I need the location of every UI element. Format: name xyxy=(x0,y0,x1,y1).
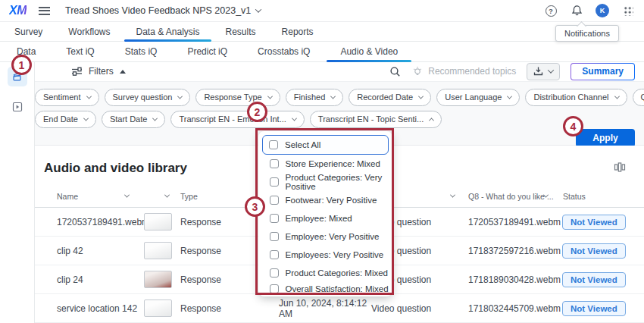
dropdown-item[interactable]: Footwear: Very Positive xyxy=(262,191,389,209)
subtab-stats-iq[interactable]: Stats iQ xyxy=(110,42,173,61)
dropdown-item[interactable]: Employee: Mixed xyxy=(262,209,389,227)
dropdown-item[interactable]: Product Categories: Mixed xyxy=(262,264,389,282)
row-type: Response xyxy=(180,303,279,314)
subtab-crosstabs-iq[interactable]: Crosstabs iQ xyxy=(242,42,325,61)
table-row[interactable]: service location 142 Response Jun 10, 20… xyxy=(35,294,644,323)
waffle-grid-icon xyxy=(624,6,633,16)
bell-icon xyxy=(571,5,583,17)
project-title-menu[interactable]: Tread Shoes Video Feedback NPS 2023_v1 xyxy=(65,5,261,16)
checkbox[interactable] xyxy=(269,140,278,149)
checkbox[interactable] xyxy=(270,250,279,259)
columns-settings-button[interactable] xyxy=(614,162,626,176)
video-thumbnail[interactable] xyxy=(144,299,172,317)
recommended-topics-button[interactable]: Recommended topics xyxy=(412,66,516,77)
recommended-topics-label: Recommended topics xyxy=(428,66,516,77)
tab-data-analysis[interactable]: Data & Analysis xyxy=(123,22,212,41)
rail-library-button[interactable] xyxy=(8,67,27,86)
top-bar: XM Tread Shoes Video Feedback NPS 2023_v… xyxy=(0,0,644,21)
main-nav: Survey Workflows Data & Analysis Results… xyxy=(0,21,644,42)
dropdown-item-select-all[interactable]: Select All xyxy=(262,135,389,155)
filter-pill-survey-question[interactable]: Survey question xyxy=(105,89,191,106)
notifications-tooltip: Notifications xyxy=(555,25,619,42)
status-badge: Not Viewed xyxy=(562,301,626,316)
video-thumbnail[interactable] xyxy=(144,213,172,230)
row-name: clip 42 xyxy=(35,246,144,256)
notifications-button[interactable] xyxy=(570,4,583,17)
filter-pill-recorded-date[interactable]: Recorded Date xyxy=(349,89,431,106)
dropdown-item[interactable]: Employees: Very Positive xyxy=(262,246,389,264)
chevron-down-icon[interactable] xyxy=(164,193,170,198)
status-badge: Not Viewed xyxy=(562,215,626,230)
apps-button[interactable] xyxy=(621,4,635,17)
filter-pill-end-date[interactable]: End Date xyxy=(35,111,96,128)
filter-pill-finished[interactable]: Finished xyxy=(286,89,344,106)
chevron-down-icon[interactable] xyxy=(450,193,455,198)
checkbox[interactable] xyxy=(270,232,279,241)
lightbulb-icon xyxy=(412,66,423,77)
tab-workflows[interactable]: Workflows xyxy=(55,22,123,41)
row-file: 1720537189491.webm xyxy=(468,217,562,227)
sub-nav: Data Text iQ Stats iQ Predict iQ Crossta… xyxy=(0,42,644,62)
dropdown-item-partial[interactable]: Overall Satisfaction: Mixed xyxy=(262,282,389,293)
checkbox[interactable] xyxy=(270,177,279,187)
filter-pill-sentiment[interactable]: Sentiment xyxy=(35,89,99,106)
checkbox[interactable] xyxy=(270,159,279,168)
media-library-icon xyxy=(11,71,23,82)
dropdown-item[interactable]: Product Categories: Very Positive xyxy=(262,173,389,191)
apply-button[interactable]: Apply xyxy=(576,129,635,147)
export-button[interactable] xyxy=(527,63,560,80)
toolbar: Filters xyxy=(35,62,644,82)
summary-button[interactable]: Summary xyxy=(571,63,635,80)
dropdown-item[interactable]: Store Experience: Mixed xyxy=(262,155,389,173)
checkbox[interactable] xyxy=(270,196,279,205)
row-name: service location 142 xyxy=(35,303,144,314)
search-icon xyxy=(389,66,401,77)
help-icon: ? xyxy=(546,5,557,17)
checkbox[interactable] xyxy=(270,284,279,293)
filter-pill-start-date[interactable]: Start Date xyxy=(102,111,166,128)
filter-pill-user-language[interactable]: User Language xyxy=(436,89,520,106)
chevron-down-icon xyxy=(255,6,261,12)
filter-row-2: End Date Start Date Transcript EN - Emot… xyxy=(35,111,644,128)
filter-pill-distribution-channel[interactable]: Distribution Channel xyxy=(525,89,627,106)
filter-pill-response-type[interactable]: Response Type xyxy=(195,89,280,106)
subtab-data[interactable]: Data xyxy=(2,42,51,61)
row-name: clip 24 xyxy=(35,274,144,285)
sliders-icon xyxy=(71,67,83,76)
xm-logo[interactable]: XM xyxy=(9,4,27,17)
search-button[interactable] xyxy=(388,64,402,78)
chevron-down-icon[interactable] xyxy=(124,193,130,198)
row-file: 1718189030428.webm xyxy=(468,274,562,285)
tab-survey[interactable]: Survey xyxy=(2,22,55,41)
video-thumbnail[interactable] xyxy=(144,242,172,259)
caret-up-icon xyxy=(120,70,126,74)
left-rail xyxy=(0,62,35,323)
tab-reports[interactable]: Reports xyxy=(269,22,327,41)
tab-results[interactable]: Results xyxy=(213,22,269,41)
column-header-q8[interactable]: Q8 - What do you like ... xyxy=(468,192,554,201)
filter-pill-emotion-intensity[interactable]: Transcript EN - Emotion Int... xyxy=(170,111,304,128)
help-button[interactable]: ? xyxy=(544,4,558,17)
filters-toggle[interactable]: Filters xyxy=(71,66,126,77)
row-file: 1718032445709.webm xyxy=(468,303,562,314)
subtab-text-iq[interactable]: Text iQ xyxy=(51,42,109,61)
subtab-predict-iq[interactable]: Predict iQ xyxy=(172,42,242,61)
filter-row-1: Sentiment Survey question Response Type … xyxy=(35,89,644,106)
dropdown-item[interactable]: Employee: Very Positive xyxy=(262,227,389,246)
checkbox[interactable] xyxy=(270,214,279,223)
filter-pill-q8[interactable]: Q8 - What do you like or di... xyxy=(633,89,644,106)
row-name: 1720537189491.webm xyxy=(35,217,144,227)
video-thumbnail[interactable] xyxy=(144,271,172,288)
checkbox[interactable] xyxy=(270,268,279,278)
hamburger-menu-icon[interactable] xyxy=(39,7,50,15)
rail-player-button[interactable] xyxy=(8,97,27,117)
play-square-icon xyxy=(12,102,23,112)
column-header-name[interactable]: Name xyxy=(57,192,78,201)
column-header-status[interactable]: Status xyxy=(563,192,586,201)
user-avatar[interactable]: K xyxy=(596,4,609,17)
subtab-audio-video[interactable]: Audio & Video xyxy=(325,42,413,61)
filter-pill-topic-sentiment[interactable]: Transcript EN - Topic Senti... xyxy=(310,111,442,128)
column-header-type[interactable]: Type xyxy=(180,192,198,201)
project-title: Tread Shoes Video Feedback NPS 2023_v1 xyxy=(65,5,251,16)
row-date: Jun 10, 2024, 8:14:12 AM xyxy=(279,298,371,319)
